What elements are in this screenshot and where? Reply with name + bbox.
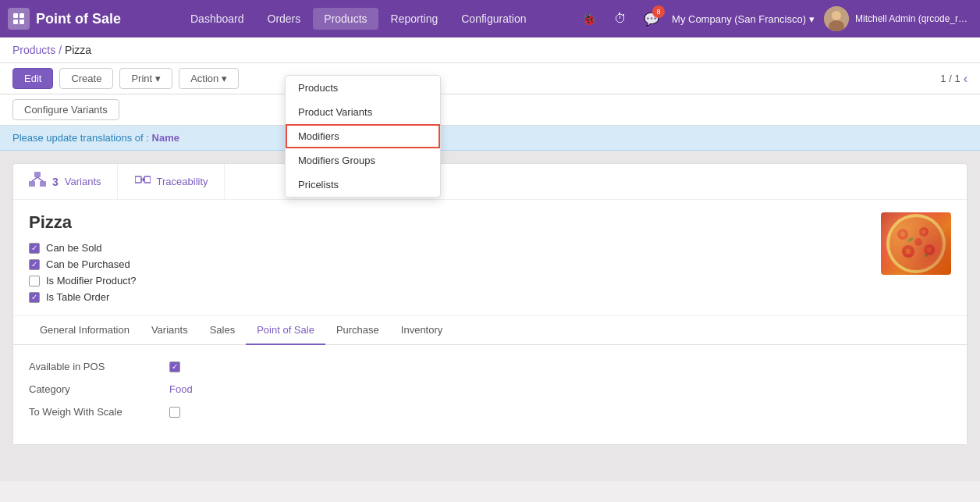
nav-item-orders[interactable]: Orders: [257, 8, 312, 30]
traceability-label: Traceability: [157, 176, 208, 187]
breadcrumb-products[interactable]: Products: [12, 44, 55, 56]
svg-rect-13: [144, 176, 151, 183]
company-selector[interactable]: My Company (San Francisco) ▾: [672, 13, 815, 25]
variants-count: 3: [52, 176, 59, 188]
svg-rect-7: [34, 172, 41, 177]
svg-point-23: [914, 238, 922, 246]
weigh-scale-checkbox[interactable]: [169, 407, 180, 418]
configure-variants-button[interactable]: Configure Variants: [12, 99, 119, 120]
is-modifier-label: Is Modifier Product?: [46, 275, 137, 287]
is-table-order-checkbox[interactable]: ✓: [29, 292, 40, 303]
menu-pricelists[interactable]: Pricelists: [286, 173, 440, 197]
form-row-weigh-scale: To Weigh With Scale: [29, 406, 951, 418]
product-title: Pizza: [29, 212, 137, 233]
weigh-scale-label: To Weigh With Scale: [29, 406, 169, 418]
page-info: 1 / 1: [940, 73, 960, 84]
field-can-be-purchased: ✓ Can be Purchased: [29, 258, 137, 270]
breadcrumb-pizza: Pizza: [65, 44, 91, 56]
main-content: 3 Variants Traceability Piz: [0, 151, 980, 481]
print-button[interactable]: Print ▾: [119, 68, 172, 89]
pagination: 1 / 1 ‹: [940, 72, 968, 86]
traceability-icon: [135, 173, 151, 190]
tab-sales[interactable]: Sales: [199, 316, 247, 345]
prev-page-button[interactable]: ‹: [964, 72, 968, 86]
menu-product-variants[interactable]: Product Variants: [286, 100, 440, 124]
svg-rect-12: [135, 176, 141, 183]
category-label: Category: [29, 383, 169, 395]
svg-point-29: [924, 254, 929, 258]
products-dropdown-wrapper: Print ▾: [119, 68, 172, 89]
info-text: Please update translations of :: [12, 132, 152, 144]
user-name: Mitchell Admin (qrcode_restaura...: [855, 13, 972, 24]
product-info: Pizza ✓ Can be Sold ✓ Can be Purchased I…: [13, 200, 967, 316]
svg-line-10: [32, 177, 37, 181]
print-chevron-icon: ▾: [155, 73, 161, 84]
category-value[interactable]: Food: [169, 383, 193, 395]
variants-button[interactable]: 3 Variants: [13, 164, 118, 199]
nav-menu: Dashboard Orders Products Reporting Conf…: [179, 8, 578, 30]
user-menu[interactable]: Mitchell Admin (qrcode_restaura...: [824, 6, 972, 31]
menu-products[interactable]: Products: [286, 76, 440, 100]
is-modifier-checkbox[interactable]: [29, 276, 40, 287]
variants-icon: [29, 172, 46, 191]
company-dropdown-icon: ▾: [809, 13, 815, 25]
action-button[interactable]: Action ▾: [179, 68, 239, 89]
product-fields: ✓ Can be Sold ✓ Can be Purchased Is Modi…: [29, 242, 137, 303]
chat-icon[interactable]: 💬 8: [641, 8, 662, 30]
tab-general-information[interactable]: General Information: [29, 316, 140, 345]
svg-rect-8: [29, 181, 35, 187]
action-chevron-icon: ▾: [222, 73, 227, 84]
svg-point-20: [919, 227, 929, 237]
can-be-sold-label: Can be Sold: [46, 242, 102, 254]
tab-point-of-sale[interactable]: Point of Sale: [246, 316, 325, 345]
can-be-purchased-checkbox[interactable]: ✓: [29, 259, 40, 270]
svg-point-5: [832, 11, 841, 20]
create-button[interactable]: Create: [59, 68, 113, 89]
variants-label: Variants: [65, 176, 101, 187]
grid-icon: [8, 8, 30, 30]
tab-content-pos: Available in POS ✓ Category Food To Weig…: [13, 345, 967, 444]
svg-point-21: [902, 245, 914, 258]
svg-rect-0: [13, 13, 18, 18]
bug-icon[interactable]: 🐞: [578, 8, 600, 30]
svg-rect-1: [20, 13, 24, 18]
menu-modifiers[interactable]: Modifiers: [286, 124, 440, 148]
nav-right: 🐞 ⏱ 💬 8 My Company (San Francisco) ▾ Mit…: [578, 6, 972, 31]
product-details: Pizza ✓ Can be Sold ✓ Can be Purchased I…: [29, 212, 137, 303]
avatar: [824, 6, 849, 31]
svg-line-11: [37, 177, 43, 181]
svg-point-24: [900, 232, 905, 237]
svg-rect-9: [40, 181, 46, 187]
product-image: [881, 212, 951, 275]
nav-item-reporting[interactable]: Reporting: [380, 8, 449, 30]
app-name: Point of Sale: [36, 11, 121, 27]
menu-modifiers-groups[interactable]: Modifiers Groups: [286, 148, 440, 173]
tabs-bar: General Information Variants Sales Point…: [13, 316, 967, 345]
svg-point-26: [906, 249, 911, 255]
info-link[interactable]: Name: [152, 132, 179, 144]
nav-item-products[interactable]: Products: [313, 8, 378, 30]
action-dropdown-wrapper: Action ▾: [179, 68, 239, 89]
svg-point-28: [907, 237, 914, 242]
traceability-button[interactable]: Traceability: [119, 164, 225, 199]
svg-point-19: [897, 229, 908, 240]
field-is-table-order: ✓ Is Table Order: [29, 291, 137, 303]
svg-point-17: [886, 214, 946, 273]
product-card: 3 Variants Traceability Piz: [12, 163, 968, 445]
toolbar: Edit Create Print ▾ Action ▾ 1 / 1 ‹: [0, 63, 980, 94]
clock-icon[interactable]: ⏱: [609, 8, 631, 30]
available-in-pos-checkbox[interactable]: ✓: [169, 361, 180, 372]
info-bar: Please update translations of : Name: [0, 126, 980, 151]
tab-inventory[interactable]: Inventory: [390, 316, 453, 345]
app-logo[interactable]: Point of Sale: [8, 8, 164, 30]
tab-purchase[interactable]: Purchase: [325, 316, 390, 345]
nav-item-configuration[interactable]: Configuration: [450, 8, 537, 30]
edit-button[interactable]: Edit: [12, 68, 53, 89]
can-be-sold-checkbox[interactable]: ✓: [29, 243, 40, 254]
field-can-be-sold: ✓ Can be Sold: [29, 242, 137, 254]
top-navigation: Point of Sale Dashboard Orders Products …: [0, 0, 980, 37]
nav-item-dashboard[interactable]: Dashboard: [179, 8, 255, 30]
form-row-available-in-pos: Available in POS ✓: [29, 361, 951, 372]
tab-variants[interactable]: Variants: [140, 316, 199, 345]
can-be-purchased-label: Can be Purchased: [46, 258, 130, 270]
